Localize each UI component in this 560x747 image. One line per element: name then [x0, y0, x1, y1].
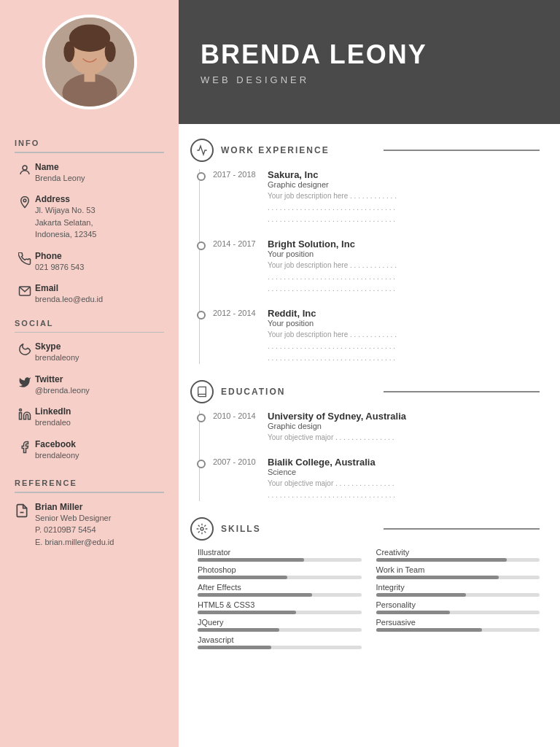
skill-bar-bg-8	[198, 628, 362, 632]
skype-label: Skype	[35, 341, 79, 352]
skill-bar-bg-1	[376, 558, 540, 562]
skill-bar-fill-4	[198, 593, 312, 597]
edu-desc-1: Your objective major . . . . . . . . . .…	[268, 478, 395, 501]
address-label: Address	[35, 194, 96, 204]
skill-bar-fill-7	[376, 611, 450, 614]
skill-bar-bg-6	[198, 611, 362, 614]
reference-section-title: REFERENCE	[15, 479, 164, 487]
work-company-0: Sakura, Inc	[268, 169, 397, 180]
skill-item-9: Persuasive	[376, 618, 540, 632]
work-item-0: 2017 - 2018 Sakura, Inc Graphic designer…	[213, 169, 540, 225]
twitter-handle: @brenda.leony	[35, 384, 90, 397]
skill-name-5: Integrity	[376, 583, 540, 592]
skill-item-10: Javascript	[198, 635, 362, 649]
skill-bar-fill-5	[376, 593, 466, 597]
phone-icon	[15, 251, 35, 266]
social-skype: Skype brendaleony	[15, 341, 164, 364]
work-company-2: Reddit, Inc	[268, 308, 397, 319]
skill-item-3: Work in Team	[376, 565, 540, 579]
svg-point-7	[23, 166, 27, 170]
edu-institution-0: University of Sydney, Australia	[268, 411, 406, 422]
work-year-1: 2014 - 2017	[213, 239, 268, 295]
svg-point-2	[69, 24, 109, 52]
skill-bar-bg-0	[198, 558, 362, 562]
reference-phone: P. 02109B7 5454	[35, 524, 114, 536]
skill-bar-bg-7	[376, 611, 540, 614]
work-position-1: Your position	[268, 249, 397, 258]
work-company-1: Bright Solution, Inc	[268, 239, 397, 249]
work-experience-section: WORK EXPERIENCE 2017 - 2018 Sakura, Inc …	[190, 139, 540, 364]
email-icon	[15, 283, 35, 298]
skill-name-0: Illustrator	[198, 548, 362, 557]
svg-point-4	[104, 42, 115, 62]
header-photo-area	[0, 0, 179, 124]
skill-item-8: JQuery	[198, 618, 362, 632]
skills-header: SKILLS	[190, 517, 540, 541]
location-icon	[15, 194, 35, 209]
work-section-title: WORK EXPERIENCE	[221, 145, 378, 155]
skill-name-4: After Effects	[198, 583, 362, 592]
svg-rect-6	[84, 71, 95, 82]
work-item-1: 2014 - 2017 Bright Solution, Inc Your po…	[213, 239, 540, 295]
header-info: BRENDA LEONY WEB DESIGNER	[179, 0, 560, 124]
skill-name-8: JQuery	[198, 618, 362, 627]
skill-name-10: Javascript	[198, 635, 362, 644]
reference-icon	[15, 502, 35, 521]
reference-title: Senior Web Designer	[35, 512, 114, 525]
svg-point-3	[63, 42, 74, 62]
facebook-label: Facebook	[35, 439, 79, 449]
education-icon	[190, 380, 214, 403]
skill-bar-fill-1	[376, 558, 508, 562]
skill-bar-fill-3	[376, 576, 499, 579]
social-section-title: SOCIAL	[15, 319, 164, 328]
skills-icon	[190, 517, 214, 541]
body: INFO Name Brenda Leony	[0, 124, 560, 747]
svg-point-11	[20, 409, 22, 411]
skill-bar-fill-0	[198, 558, 304, 562]
candidate-name: BRENDA LEONY	[201, 39, 538, 70]
linkedin-handle: brendaleo	[35, 417, 71, 429]
reference-email: E. brian.miller@edu.id	[35, 536, 114, 549]
phone-label: Phone	[35, 251, 84, 261]
info-address-item: Address Jl. Wijaya No. 53Jakarta Selatan…	[15, 194, 164, 241]
skype-icon	[15, 341, 35, 356]
skills-section-title: SKILLS	[221, 524, 378, 534]
candidate-title: WEB DESIGNER	[201, 74, 538, 85]
work-timeline: 2017 - 2018 Sakura, Inc Graphic designer…	[199, 169, 540, 364]
twitter-label: Twitter	[35, 374, 90, 384]
skill-bar-bg-2	[198, 576, 362, 579]
person-icon	[15, 162, 35, 177]
info-section-title: INFO	[15, 139, 164, 147]
work-desc-2: Your job description here . . . . . . . …	[268, 329, 397, 364]
skill-bar-bg-5	[376, 593, 540, 597]
email-value: brenda.leo@edu.id	[35, 293, 103, 306]
reference-divider	[15, 492, 164, 493]
resume: BRENDA LEONY WEB DESIGNER INFO Name B	[0, 0, 560, 747]
work-divider	[384, 150, 540, 151]
edu-field-1: Science	[268, 468, 395, 476]
education-section: EDUCATION 2010 - 2014 University of Sydn…	[190, 380, 540, 501]
avatar	[42, 15, 137, 109]
svg-rect-10	[20, 413, 22, 419]
skill-name-2: Photoshop	[198, 565, 362, 574]
skill-bar-bg-4	[198, 593, 362, 597]
education-timeline: 2010 - 2014 University of Sydney, Austra…	[199, 411, 540, 501]
edu-desc-0: Your objective major . . . . . . . . . .…	[268, 432, 406, 444]
skill-name-1: Creativity	[376, 548, 540, 557]
skill-bar-bg-9	[376, 628, 540, 632]
skill-name-3: Work in Team	[376, 565, 540, 574]
svg-point-8	[23, 199, 26, 202]
skill-bar-fill-10	[198, 646, 271, 649]
info-name-item: Name Brenda Leony	[15, 162, 164, 185]
skill-name-6: HTML5 & CSS3	[198, 600, 362, 609]
edu-year-0: 2010 - 2014	[213, 411, 268, 444]
facebook-handle: brendaleony	[35, 449, 79, 462]
skill-item-4: After Effects	[198, 583, 362, 597]
skill-name-7: Personality	[376, 600, 540, 609]
education-header: EDUCATION	[190, 380, 540, 403]
skill-bar-fill-2	[198, 576, 287, 579]
name-value: Brenda Leony	[35, 172, 85, 185]
skill-bar-fill-9	[376, 628, 483, 632]
skype-handle: brendaleony	[35, 352, 79, 364]
work-experience-header: WORK EXPERIENCE	[190, 139, 540, 162]
